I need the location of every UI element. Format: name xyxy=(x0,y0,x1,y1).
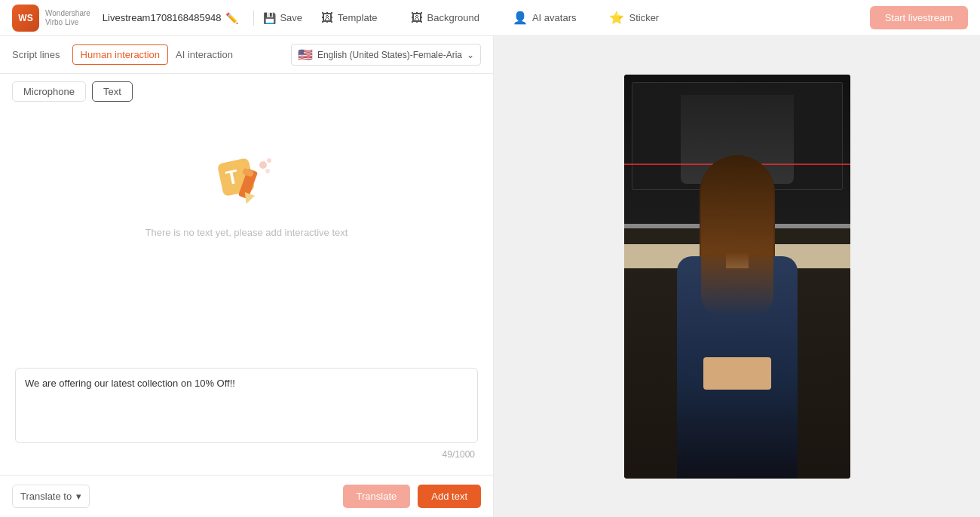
svg-point-7 xyxy=(265,169,270,173)
preview-image xyxy=(624,75,850,479)
flag-icon: 🇺🇸 xyxy=(298,47,313,62)
sub-tab-microphone[interactable]: Microphone xyxy=(12,81,86,102)
logo-text: Wondershare Virbo Live xyxy=(45,9,90,27)
svg-point-6 xyxy=(267,158,271,163)
add-text-button[interactable]: Add text xyxy=(418,485,481,508)
save-icon: 💾 xyxy=(263,12,276,24)
sub-tabs: Microphone Text xyxy=(0,74,493,109)
script-lines-label: Script lines xyxy=(12,49,60,60)
left-panel: Script lines Human interaction AI intera… xyxy=(0,36,494,517)
save-button[interactable]: 💾 Save xyxy=(263,12,302,24)
sticker-icon: ⭐ xyxy=(609,11,624,25)
main-layout: Script lines Human interaction AI intera… xyxy=(0,36,980,517)
tab-ai-interaction[interactable]: AI interaction xyxy=(168,44,240,65)
logo-area: WS Wondershare Virbo Live xyxy=(12,5,90,32)
empty-state-text: There is no text yet, please add interac… xyxy=(145,227,348,238)
avatar-midriff xyxy=(703,357,771,390)
tabs-row: Script lines Human interaction AI intera… xyxy=(0,36,493,74)
start-livestream-button[interactable]: Start livestream xyxy=(870,6,968,29)
project-name: Livestream1708168485948 xyxy=(103,12,222,23)
edit-icon[interactable]: ✏️ xyxy=(225,12,238,24)
language-selector[interactable]: 🇺🇸 English (United States)-Female-Aria ⌄ xyxy=(291,44,481,66)
chevron-down-icon: ⌄ xyxy=(467,50,474,60)
nav-sticker[interactable]: ⭐ Sticker xyxy=(603,8,665,28)
nav-template[interactable]: 🖼 Template xyxy=(315,8,384,28)
ai-avatar-icon: 👤 xyxy=(513,11,528,25)
avatar-hair-front xyxy=(701,155,773,317)
header-nav: 🖼 Template 🖼 Background 👤 AI avatars ⭐ S… xyxy=(315,8,665,28)
content-area: T There is no text yet, please add inter… xyxy=(0,109,493,475)
template-icon: 🖼 xyxy=(321,11,333,25)
header: WS Wondershare Virbo Live Livestream1708… xyxy=(0,0,980,36)
tab-human-interaction[interactable]: Human interaction xyxy=(72,44,169,65)
sub-tab-text[interactable]: Text xyxy=(92,81,133,102)
empty-icon: T xyxy=(216,154,277,215)
arrow-indicator xyxy=(45,185,106,381)
empty-state-icon: T xyxy=(216,154,277,215)
translate-to-selector[interactable]: Translate to ▾ xyxy=(12,485,90,508)
svg-point-5 xyxy=(259,161,267,169)
logo-icon: WS xyxy=(12,5,39,32)
empty-state: T There is no text yet, please add inter… xyxy=(145,124,348,253)
chevron-down-icon: ▾ xyxy=(76,491,81,502)
right-panel xyxy=(494,36,980,517)
divider xyxy=(253,11,254,26)
background-icon: 🖼 xyxy=(411,11,423,25)
bottom-bar: Translate to ▾ Translate Add text xyxy=(0,475,493,517)
char-count: 49/1000 xyxy=(15,449,478,460)
nav-background[interactable]: 🖼 Background xyxy=(405,8,485,28)
nav-ai-avatars[interactable]: 👤 AI avatars xyxy=(507,8,583,28)
text-input-section: 49/1000 xyxy=(15,368,478,460)
translate-button[interactable]: Translate xyxy=(343,485,411,508)
